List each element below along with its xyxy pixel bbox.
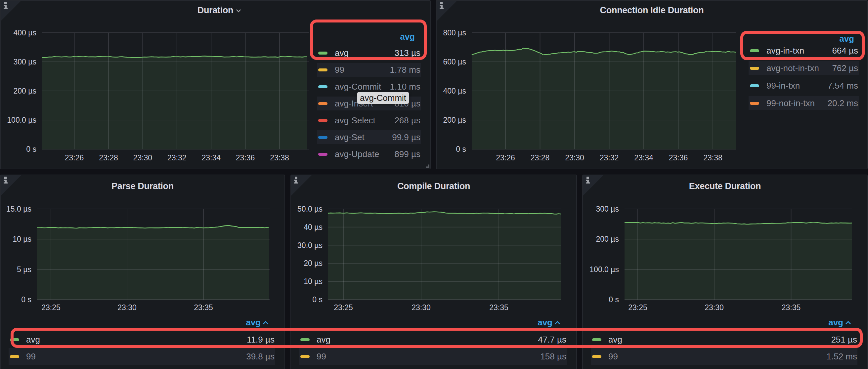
svg-text:15.0 µs: 15.0 µs [6, 205, 31, 213]
svg-text:23:32: 23:32 [600, 154, 619, 162]
svg-text:23:38: 23:38 [270, 154, 289, 162]
svg-text:400 µs: 400 µs [443, 87, 466, 95]
svg-text:23:25: 23:25 [628, 303, 647, 312]
svg-text:23:36: 23:36 [669, 154, 688, 162]
svg-text:20 µs: 20 µs [304, 259, 322, 268]
svg-text:0 s: 0 s [456, 145, 466, 154]
svg-text:23:30: 23:30 [133, 154, 153, 162]
svg-text:5 µs: 5 µs [17, 265, 31, 274]
svg-text:10 µs: 10 µs [304, 277, 322, 286]
svg-text:0 s: 0 s [21, 295, 31, 304]
svg-text:23:30: 23:30 [411, 303, 431, 312]
svg-text:200 µs: 200 µs [596, 235, 619, 243]
svg-text:23:36: 23:36 [236, 154, 255, 162]
svg-text:300 µs: 300 µs [596, 205, 619, 213]
svg-text:0 s: 0 s [26, 145, 36, 154]
svg-text:40 µs: 40 µs [304, 223, 322, 231]
svg-text:300 µs: 300 µs [13, 58, 36, 66]
svg-text:100.0 µs: 100.0 µs [589, 265, 619, 274]
svg-text:0 s: 0 s [609, 295, 619, 304]
svg-text:23:30: 23:30 [565, 154, 584, 162]
svg-text:50.0 µs: 50.0 µs [298, 205, 322, 213]
svg-text:600 µs: 600 µs [443, 58, 466, 66]
svg-text:100.0 µs: 100.0 µs [7, 116, 36, 124]
svg-text:23:32: 23:32 [167, 154, 187, 162]
svg-text:23:26: 23:26 [65, 154, 84, 162]
svg-text:23:35: 23:35 [194, 303, 213, 312]
svg-text:23:25: 23:25 [334, 303, 353, 312]
svg-text:23:30: 23:30 [705, 303, 724, 312]
svg-text:23:26: 23:26 [496, 154, 515, 162]
svg-text:23:34: 23:34 [202, 154, 221, 162]
svg-text:23:35: 23:35 [782, 303, 801, 312]
svg-text:23:35: 23:35 [489, 303, 508, 312]
svg-text:23:28: 23:28 [531, 154, 550, 162]
svg-text:200 µs: 200 µs [443, 116, 466, 124]
svg-text:10 µs: 10 µs [12, 235, 31, 243]
svg-text:23:28: 23:28 [99, 154, 118, 162]
svg-text:30.0 µs: 30.0 µs [298, 241, 322, 249]
svg-text:23:30: 23:30 [118, 303, 136, 312]
svg-text:23:38: 23:38 [703, 154, 722, 162]
svg-text:23:25: 23:25 [41, 303, 61, 312]
svg-text:23:34: 23:34 [634, 154, 653, 162]
svg-text:200 µs: 200 µs [13, 87, 36, 95]
svg-text:0 s: 0 s [312, 295, 322, 304]
